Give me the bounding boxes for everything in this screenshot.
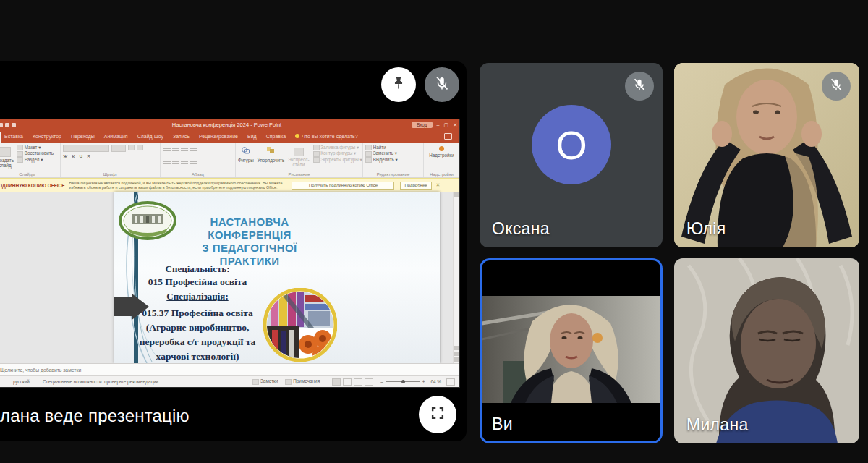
tab-help[interactable]: Справка <box>266 134 286 139</box>
addins-button[interactable]: Надстройки <box>426 146 457 158</box>
font-size-box[interactable] <box>111 145 126 152</box>
group-label-addins: Надстройки <box>424 172 459 177</box>
license-details-button[interactable]: Подробнее <box>400 182 431 190</box>
prev-slide-icon[interactable] <box>454 352 459 356</box>
shape-outline-button[interactable]: Контур фигуры ▾ <box>313 150 362 156</box>
normal-view-icon[interactable] <box>332 378 341 386</box>
scroll-up-icon[interactable] <box>454 192 459 197</box>
reset-button[interactable]: Восстановить <box>17 150 54 156</box>
language-indicator[interactable]: русский <box>13 379 30 384</box>
fullscreen-button[interactable] <box>419 396 456 433</box>
shapes-button[interactable]: Фигуры <box>238 145 254 163</box>
ppt-title-bar: Настановча конференція 2024 - PowerPoint… <box>0 119 459 130</box>
arrange-icon <box>266 146 276 155</box>
participant-tile-oksana[interactable]: О Оксана <box>480 63 663 247</box>
quick-styles-button[interactable]: Экспресс-стили <box>288 145 309 167</box>
tab-home-partial[interactable] <box>0 132 1 143</box>
shapes-icon <box>241 146 250 155</box>
ribbon-group-addins: Надстройки Надстройки <box>424 143 459 177</box>
accessibility-checker[interactable]: Специальные возможности: проверьте реком… <box>43 379 158 384</box>
group-label-editing: Редактирование <box>363 172 423 177</box>
fit-to-window-icon[interactable] <box>446 378 455 386</box>
comments-toggle[interactable]: Примечания <box>285 378 320 384</box>
zoom-slider[interactable] <box>386 381 420 382</box>
lightbulb-icon <box>295 134 299 138</box>
grow-font-button[interactable] <box>128 145 135 150</box>
layout-button[interactable]: Макет ▾ <box>17 145 54 150</box>
slide-canvas[interactable]: НАСТАНОВЧА КОНФЕРЕНЦІЯ З ПЕДАГОГІЧНОЇ ПР… <box>114 192 440 363</box>
shrink-font-button[interactable] <box>137 145 143 150</box>
participant-name: Милана <box>686 415 749 435</box>
license-close-icon[interactable]: ✕ <box>436 182 441 188</box>
ribbon-group-slides: Создать слайд Макет ▾ Восстановить Разде… <box>0 143 61 177</box>
tab-slideshow[interactable]: Слайд-шоу <box>137 134 163 139</box>
mic-off-badge <box>625 72 654 101</box>
arrange-button[interactable]: Упорядочить <box>258 145 284 163</box>
zoom-in-icon[interactable]: + <box>422 379 425 384</box>
select-button[interactable]: Выделить ▾ <box>365 157 421 163</box>
tab-insert[interactable]: Вставка <box>4 134 23 139</box>
section-button[interactable]: Раздел ▾ <box>17 157 54 163</box>
get-genuine-office-button[interactable]: Получить подлинную копию Office <box>292 182 394 190</box>
addins-icon <box>439 146 444 151</box>
close-button[interactable]: ✕ <box>453 122 457 128</box>
comments-icon[interactable] <box>444 133 452 140</box>
shape-fill-button[interactable]: Заливка фигуры ▾ <box>313 145 362 150</box>
notes-bar[interactable]: Щелкните, чтобы добавить заметки <box>0 363 459 375</box>
powerpoint-window: Настановча конференція 2024 - PowerPoint… <box>0 119 459 387</box>
ppt-status-bar: русский Специальные возможности: проверь… <box>0 375 459 387</box>
participant-tile-self[interactable]: Ви <box>480 258 663 443</box>
reading-view-icon[interactable] <box>354 378 362 386</box>
participant-tile-yulia[interactable]: Юлія <box>674 63 859 247</box>
tab-design[interactable]: Конструктор <box>33 134 61 139</box>
tell-me-box[interactable]: Что вы хотите сделать? <box>295 134 357 139</box>
signin-button[interactable]: Вход <box>412 122 433 128</box>
ribbon-group-editing: Найти Заменить ▾ Выделить ▾ Редактирован… <box>363 143 424 177</box>
mic-off-icon <box>631 77 647 95</box>
new-slide-button[interactable]: Создать слайд <box>0 145 14 168</box>
participant-tile-milana[interactable]: Милана <box>674 258 859 443</box>
slideshow-icon[interactable] <box>365 378 373 386</box>
justify-button[interactable] <box>190 161 197 167</box>
specialization-label: Спеціалізація: <box>122 291 273 302</box>
bullets-button[interactable] <box>163 148 171 154</box>
tab-review[interactable]: Рецензирование <box>199 134 238 139</box>
university-emblem <box>119 201 176 240</box>
indent-button[interactable] <box>181 148 188 154</box>
replace-button[interactable]: Заменить ▾ <box>365 150 421 156</box>
pin-button[interactable] <box>381 67 416 102</box>
minimize-button[interactable]: – <box>437 122 440 127</box>
group-label-paragraph: Абзац <box>161 172 235 177</box>
shape-effects-button[interactable]: Эффекты фигуры ▾ <box>313 157 362 163</box>
ribbon-group-drawing: Фигуры Упорядочить Экспресс-стили Заливк… <box>236 143 363 177</box>
share-mic-off-button[interactable] <box>425 67 459 102</box>
align-right-button[interactable] <box>181 161 188 167</box>
notes-placeholder: Щелкните, чтобы добавить заметки <box>0 368 81 373</box>
slide-scrollbar[interactable] <box>453 192 459 363</box>
scroll-down-icon[interactable] <box>454 346 459 350</box>
numbering-button[interactable] <box>172 148 179 154</box>
font-name-box[interactable] <box>63 145 109 152</box>
find-button[interactable]: Найти <box>365 145 421 150</box>
restore-button[interactable]: ▢ <box>444 122 449 128</box>
tab-record[interactable]: Запись <box>173 134 190 139</box>
slide-sorter-icon[interactable] <box>343 378 352 386</box>
tab-transitions[interactable]: Переходы <box>71 134 95 139</box>
zoom-out-icon[interactable]: – <box>380 379 383 384</box>
next-slide-icon[interactable] <box>454 357 459 362</box>
notes-toggle[interactable]: Заметки <box>252 378 278 384</box>
ribbon-group-font: Ж К Ч S Шрифт <box>61 143 161 177</box>
participant-name: Ви <box>492 415 513 434</box>
tab-view[interactable]: Вид <box>247 134 257 139</box>
screen-share-tile[interactable]: Настановча конференція 2024 - PowerPoint… <box>0 61 467 441</box>
zoom-level[interactable]: 64 % <box>430 379 441 384</box>
align-left-button[interactable] <box>163 161 171 167</box>
group-label-drawing: Рисование <box>236 172 362 177</box>
tab-animations[interactable]: Анимация <box>104 134 128 139</box>
align-center-button[interactable] <box>172 161 179 167</box>
ribbon-group-paragraph: Абзац <box>161 143 236 177</box>
mic-off-icon <box>433 75 451 95</box>
spacing-button[interactable] <box>190 148 197 154</box>
font-style-buttons[interactable]: Ж К Ч S <box>63 154 158 159</box>
materials-photo <box>263 288 337 362</box>
